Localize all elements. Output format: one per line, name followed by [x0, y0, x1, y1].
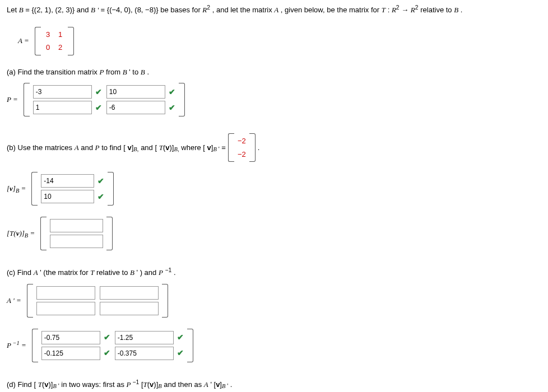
end-period: . [147, 68, 149, 76]
arrow: → [401, 6, 411, 14]
eq-sign: = [19, 184, 26, 193]
pb-P: P [95, 143, 100, 152]
B-sym: B [141, 68, 145, 76]
P-matrix: ✔ ✔ ✔ ✔ [24, 83, 185, 116]
vB-label: [v]B = [7, 183, 26, 194]
comma2: , [178, 146, 179, 152]
A-r2c1: 0 [44, 42, 52, 53]
pd-Ap: A [204, 380, 208, 389]
Aprime-matrix-row: A ' = [7, 284, 541, 318]
colon: : [388, 6, 392, 14]
v-bold1: v [127, 143, 131, 152]
TvB-matrix-row: [T(v)]B = [7, 217, 541, 250]
TvB-matrix [40, 217, 113, 250]
P-input-r1c1[interactable] [33, 85, 92, 99]
B-end: B [454, 6, 458, 14]
pb-tofind: to find [ [101, 143, 126, 152]
Aprime-label: A ' = [7, 295, 21, 306]
part-a-text: (a) Find the transition matrix [7, 68, 99, 76]
pd-neg1: −1 [131, 379, 140, 385]
check-icon: ✔ [177, 347, 184, 359]
Ap-input-r1c2[interactable] [100, 286, 159, 300]
P-input-r2c2[interactable] [106, 101, 165, 114]
lbracket [27, 284, 33, 318]
pc-paren: (the matrix for [43, 268, 90, 277]
Pinv-matrix: ✔ ✔ ✔ ✔ [32, 329, 193, 362]
relative-to: relative to [420, 6, 454, 14]
Pinv-input-r2c1[interactable] [41, 347, 100, 360]
pc-pre: (c) Find [7, 268, 34, 277]
check-icon: ✔ [95, 102, 102, 114]
Bprime-symbol: B [91, 6, 95, 14]
B-symbol: B [19, 6, 24, 14]
period: . [461, 6, 463, 14]
lbracket [228, 133, 234, 162]
check-icon: ✔ [169, 102, 175, 114]
Pinv-input-r1c1[interactable] [41, 331, 100, 344]
A-r1c1: 3 [44, 29, 52, 40]
vB-input-r1[interactable] [41, 174, 94, 188]
lbracket [31, 172, 38, 206]
Ap-input-r2c2[interactable] [100, 302, 159, 315]
rbracket [187, 329, 193, 362]
intro-mid: , and let the matrix [212, 6, 275, 14]
R-symbol2: R [392, 6, 396, 14]
Bp-symbol: B [123, 68, 127, 76]
pd-subBp: B [53, 383, 56, 389]
lbracket [32, 329, 38, 362]
pd-prime2: ' [225, 383, 228, 389]
pc-end: . [174, 268, 176, 277]
check-icon: ✔ [104, 332, 110, 343]
left-bracket [35, 27, 41, 55]
TvB-input-r1[interactable] [50, 219, 103, 232]
P-input-r1c2[interactable] [106, 85, 165, 99]
vB-matrix: ✔ ✔ [31, 172, 114, 206]
lbracket [40, 217, 47, 250]
part-d-prompt: (d) Find [ T(v)]B ' in two ways: first a… [7, 379, 541, 390]
pc-neg1: −1 [165, 267, 171, 273]
part-b-prompt: (b) Use the matrices A and P to find [ v… [7, 133, 259, 162]
pc-rel: relative to [96, 268, 130, 277]
vbp-r2: −2 [238, 149, 246, 160]
R-symbol3: R [411, 6, 415, 14]
check-icon: ✔ [95, 86, 102, 98]
eq-sign: = [28, 229, 35, 237]
pd-P: P [127, 380, 131, 389]
pb-T: T [159, 143, 163, 152]
vB-input-r2[interactable] [41, 190, 94, 203]
pd-subB: B [158, 383, 161, 389]
intro-text: Let [7, 6, 19, 14]
Pinv-input-r2c2[interactable] [115, 347, 174, 360]
Aprime-matrix [27, 284, 168, 318]
vbp-r1: −2 [238, 136, 246, 147]
pd-end: . [230, 380, 233, 389]
sub-B3: B [213, 146, 216, 152]
pd-pre: (d) Find [ [7, 380, 36, 389]
part-d: (d) Find [ T(v)]B ' in two ways: first a… [7, 379, 541, 393]
sub-B2: B [174, 146, 177, 152]
intro-eq1: = {(2, 1), (2, 3)} and [25, 6, 91, 14]
matrix-A: 3 1 0 2 [35, 27, 74, 55]
A-r1c2: 1 [57, 29, 64, 40]
A-symbol: A [274, 6, 278, 14]
Pinv-input-r1c2[interactable] [115, 331, 174, 344]
Ap-input-r2c1[interactable] [36, 302, 95, 315]
intro-eq2: = {(−4, 0), (8, −8)} be bases for [101, 6, 203, 14]
TvB-input-r2[interactable] [50, 235, 103, 248]
rbracket [108, 172, 114, 206]
part-c-prompt: (c) Find A ' (the matrix for T relative … [7, 267, 541, 278]
Pinv-label: P −1 = [7, 340, 26, 351]
pb-A: A [75, 143, 79, 152]
Ap-input-r1c1[interactable] [36, 286, 95, 300]
check-icon: ✔ [104, 347, 110, 359]
pd-then: and then as [164, 380, 204, 389]
T-symbol: T [382, 6, 386, 14]
P-input-r2c1[interactable] [33, 101, 92, 114]
sub-prime: ' [217, 146, 220, 152]
sub-B: B [25, 232, 28, 239]
check-icon: ✔ [177, 332, 184, 343]
sub-B: B [16, 188, 19, 194]
sup-2b: 2 [396, 4, 400, 11]
P-label: P = [7, 94, 18, 105]
rbracket [162, 284, 168, 318]
